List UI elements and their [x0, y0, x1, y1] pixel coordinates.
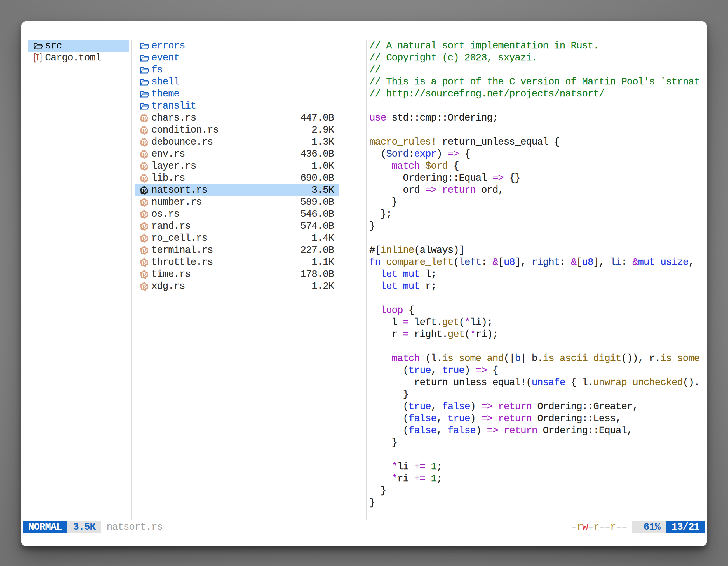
- svg-text:R: R: [142, 151, 147, 158]
- svg-text:R: R: [142, 115, 147, 122]
- svg-text:R: R: [142, 187, 147, 194]
- svg-text:R: R: [142, 248, 147, 254]
- svg-text:R: R: [142, 224, 147, 230]
- svg-text:R: R: [142, 283, 147, 290]
- svg-text:R: R: [142, 139, 147, 146]
- svg-text:R: R: [142, 175, 147, 182]
- svg-text:R: R: [142, 127, 147, 134]
- svg-text:R: R: [142, 260, 147, 266]
- svg-text:R: R: [142, 163, 147, 170]
- svg-text:R: R: [142, 236, 147, 242]
- svg-text:R: R: [142, 212, 147, 218]
- svg-text:R: R: [142, 272, 147, 278]
- svg-text:R: R: [142, 200, 147, 206]
